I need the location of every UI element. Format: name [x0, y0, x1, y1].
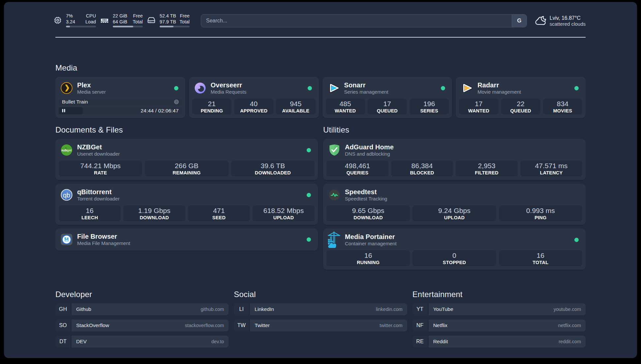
service-card-radarr[interactable]: Radarr Movie management 17 WANTED 22 QUE… — [456, 77, 586, 118]
service-subtitle: Speedtest Tracking — [345, 196, 387, 202]
stat-label: QUEUED — [510, 108, 531, 114]
status-dot-online — [574, 238, 579, 242]
bookmark-stackoverflow[interactable]: SO StackOverflow stackoverflow.com — [55, 319, 229, 331]
bookmark-url: linkedin.com — [376, 307, 403, 312]
overseerr-logo-icon — [194, 82, 206, 94]
stat-block: 266 GB REMAINING — [145, 161, 228, 176]
radarr-logo-icon — [461, 82, 473, 94]
service-card-sonarr[interactable]: Sonarr Series management 485 WANTED 17 Q… — [322, 77, 452, 118]
bookmark-url: stackoverflow.com — [185, 323, 224, 328]
bookmark-netflix[interactable]: NF Netflix netflix.com — [412, 319, 586, 331]
stat-block: 86,384 BLOCKED — [391, 161, 453, 176]
weather-widget[interactable]: Lviv, 16.87°C scattered clouds — [535, 15, 586, 27]
memory-total-label: Total — [133, 19, 143, 25]
bookmark-name: Github — [76, 306, 91, 312]
cpu-load-label: Load — [85, 19, 96, 25]
bookmark-group-title: Entertainment — [412, 289, 586, 299]
stat-value: 618.52 Mbps — [263, 207, 304, 215]
stat-block: 9.65 Gbps DOWNLOAD — [326, 205, 410, 221]
stat-block: 485 WANTED — [326, 99, 365, 114]
stat-label: WANTED — [335, 108, 356, 114]
stat-label: SEED — [212, 215, 226, 221]
playback-bar[interactable]: 24:44 / 02:06:47 — [59, 107, 182, 114]
stat-value: 2,953 — [478, 162, 495, 170]
service-title: Radarr — [477, 81, 521, 89]
stat-value: 0.993 ms — [526, 207, 555, 215]
service-card-nzbget[interactable]: nzbget NZBGet Usenet downloader 744.21 M… — [55, 139, 318, 180]
service-title: Overseerr — [211, 81, 246, 89]
stat-label: PENDING — [201, 108, 223, 114]
stat-label: DOWNLOADED — [255, 170, 291, 176]
stat-block: 196 SERIES — [410, 99, 449, 114]
status-dot-online — [441, 86, 445, 90]
stat-block: 40 APPROVED — [234, 99, 273, 114]
stat-label: LEECH — [81, 215, 98, 221]
bookmark-twitter[interactable]: TW Twitter twitter.com — [234, 319, 407, 331]
service-subtitle: Container management — [345, 241, 397, 247]
stat-value: 744.21 Mbps — [80, 162, 121, 170]
bookmark-group-title: Developer — [55, 289, 229, 299]
service-subtitle: Media File Management — [77, 240, 130, 246]
bookmark-youtube[interactable]: YT YouTube youtube.com — [412, 303, 586, 315]
bookmark-dev[interactable]: DT DEV dev.to — [55, 336, 229, 348]
bookmark-linkedin[interactable]: LI LinkedIn linkedin.com — [234, 303, 407, 315]
stat-value: 16 — [364, 252, 372, 259]
bookmark-url: netflix.com — [558, 323, 581, 328]
memory-free-label: Free — [133, 13, 143, 19]
cpu-progress-bar — [66, 26, 96, 27]
service-subtitle: Series management — [344, 89, 388, 95]
nzbget-logo-icon: nzbget — [61, 144, 73, 156]
service-subtitle: Torrent downloader — [77, 196, 119, 202]
stat-value: 16 — [86, 207, 94, 215]
service-card-plex[interactable]: Plex Media server Bullet Train — [55, 77, 185, 118]
stat-value: 39.6 TB — [260, 162, 285, 170]
stat-label: LATENCY — [540, 170, 563, 176]
bookmark-name: LinkedIn — [255, 306, 274, 312]
service-subtitle: Media server — [77, 89, 106, 95]
section-title-utilities: Utilities — [323, 125, 586, 135]
search-input[interactable] — [201, 15, 512, 27]
section-title-documents: Documents & Files — [55, 125, 318, 135]
service-title: Plex — [77, 81, 106, 89]
stat-value: 1.19 Gbps — [138, 207, 170, 215]
disk-progress-bar — [160, 26, 190, 27]
weather-condition: scattered clouds — [550, 21, 586, 27]
service-card-adguard[interactable]: AdGuard Home DNS and adblocking 498,461 … — [323, 139, 586, 180]
bookmark-github[interactable]: GH Github github.com — [55, 303, 229, 315]
service-card-qbittorrent[interactable]: qb qBittorrent Torrent downloader 16 LEE… — [55, 184, 318, 225]
bookmark-url: twitter.com — [380, 323, 402, 328]
search-provider-button[interactable]: G — [512, 15, 527, 27]
service-card-overseerr[interactable]: Overseerr Media Requests 21 PENDING 40 A… — [189, 77, 319, 118]
stat-block: 16 LEECH — [59, 205, 121, 221]
stat-value: 40 — [250, 100, 258, 108]
stat-block: 834 MOVIES — [543, 99, 582, 114]
stat-block: 16 TOTAL — [499, 250, 582, 266]
service-title: Speedtest — [345, 188, 387, 196]
disk-free-label: Free — [180, 13, 190, 19]
stat-block: 2,953 FILTERED — [456, 161, 518, 176]
portainer-logo-icon — [328, 234, 340, 246]
qbittorrent-logo-icon: qb — [61, 189, 73, 201]
service-card-portainer[interactable]: Media Portainer Container management 16 … — [323, 228, 586, 270]
resource-widgets: 7% CPU 3.24 Load — [54, 14, 190, 28]
stat-value: 17 — [383, 100, 391, 108]
service-card-filebrowser[interactable]: File Browser Media File Management — [55, 228, 318, 251]
cpu-widget: 7% CPU 3.24 Load — [54, 14, 96, 28]
stat-block: 618.52 Mbps UPLOAD — [253, 205, 315, 221]
stat-value: 498,461 — [345, 162, 370, 170]
service-card-speedtest[interactable]: Speedtest Speedtest Tracking 9.65 Gbps D… — [323, 184, 586, 225]
memory-widget: 22 GiB Free 64 GiB Total — [101, 14, 143, 28]
cpu-icon — [54, 16, 62, 25]
stat-block: 945 AVAILABLE — [276, 99, 315, 114]
stat-value: 22 — [517, 100, 525, 108]
section-utilities: Utilities — [323, 125, 586, 270]
disk-widget: 52.4 TB Free 97.9 TB Total — [147, 14, 190, 28]
service-title: Media Portainer — [345, 233, 397, 241]
bookmark-reddit[interactable]: RE Reddit reddit.com — [412, 336, 586, 348]
bookmark-group-entertainment: Entertainment YT YouTube youtube.com NF … — [412, 289, 586, 348]
stat-block: 22 QUEUED — [501, 99, 540, 114]
stat-label: RATE — [94, 170, 107, 176]
stat-block: 498,461 QUERIES — [326, 161, 388, 176]
section-documents: Documents & Files nzbget NZBGet — [55, 125, 318, 270]
disk-free-value: 52.4 TB — [160, 13, 176, 19]
